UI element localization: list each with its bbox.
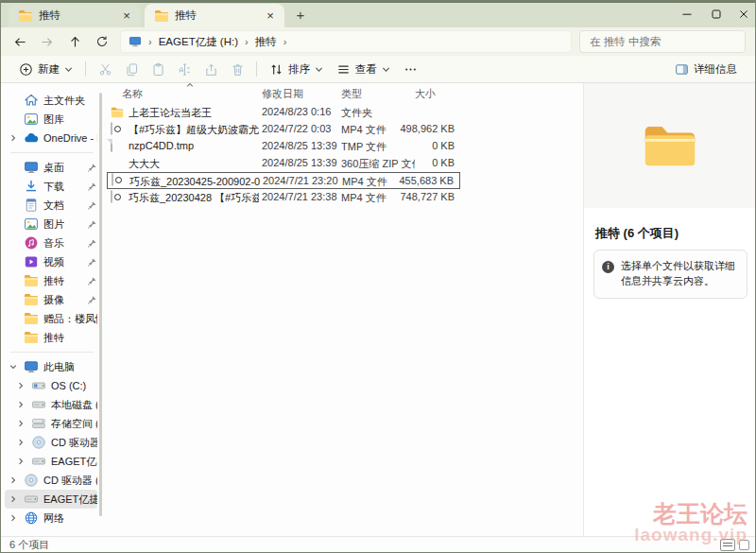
- file-row-selected[interactable]: 巧乐兹_20230425-200902-075 【#巧... 2024/7/21…: [107, 172, 460, 189]
- sidebar-divider: [10, 152, 94, 153]
- windows-drive-icon: [31, 378, 46, 393]
- sidebar-item-disk-d[interactable]: 本地磁盘 (D:): [5, 395, 97, 414]
- chevron-right-icon[interactable]: [17, 420, 25, 427]
- tab-close-icon[interactable]: ×: [262, 8, 279, 25]
- title-bar[interactable]: 推特 × 推特 × +: [1, 1, 755, 27]
- new-tab-button[interactable]: +: [290, 6, 311, 25]
- cut-button[interactable]: [92, 58, 118, 80]
- chevron-right-icon[interactable]: [17, 439, 25, 446]
- chevron-down-icon: [315, 65, 323, 74]
- chevron-right-icon[interactable]: [17, 401, 25, 408]
- chevron-right-icon[interactable]: [17, 382, 25, 389]
- breadcrumb-separator: ›: [242, 36, 251, 47]
- sidebar-item-tuite[interactable]: 推特: [5, 271, 97, 290]
- sidebar-item-eaget-h[interactable]: EAGET亿捷 (H:): [5, 452, 97, 471]
- column-header-date[interactable]: 修改日期: [262, 87, 303, 101]
- plus-icon: [19, 62, 33, 77]
- details-pane: 推特 (6 个项目) 选择单个文件以获取详细信息并共享云内容。: [583, 83, 755, 536]
- more-options-button[interactable]: [397, 58, 423, 80]
- paste-button[interactable]: [145, 58, 171, 80]
- details-view-icon[interactable]: [720, 539, 735, 551]
- drive-icon: [31, 454, 46, 469]
- breadcrumb[interactable]: › EAGET亿捷 (H:) › 推特 ›: [120, 30, 572, 53]
- file-row[interactable]: 【#巧乐兹】超级大奶波霸尤物! 美臀肥... 2024/7/22 0:03 MP…: [107, 121, 460, 138]
- sort-ascending-icon: [186, 81, 194, 89]
- column-header-size[interactable]: 大小: [415, 87, 436, 101]
- minimize-button[interactable]: [673, 2, 701, 26]
- chevron-right-icon[interactable]: [9, 514, 17, 522]
- sidebar-item-videos[interactable]: 视频: [5, 252, 97, 271]
- chevron-right-icon[interactable]: [9, 134, 17, 142]
- column-header-type[interactable]: 类型: [341, 87, 362, 101]
- sort-button[interactable]: 排序: [263, 58, 330, 80]
- this-pc-icon: [129, 35, 142, 48]
- forward-button[interactable]: [35, 31, 58, 52]
- file-row[interactable]: 巧乐兹_20230428 【#巧乐兹】超级大奶... 2024/7/21 23:…: [107, 189, 460, 206]
- breadcrumb-item-folder[interactable]: 推特: [255, 35, 277, 49]
- folder-icon: [111, 106, 124, 119]
- column-headers: 名称 修改日期 类型 大小: [107, 84, 458, 103]
- sidebar-item-cd-g[interactable]: CD 驱动器 (G:): [5, 433, 97, 452]
- sidebar-divider: [10, 352, 94, 353]
- sidebar-item-zengpin[interactable]: 赠品：楼凤性息小: [5, 309, 97, 328]
- share-button[interactable]: [198, 58, 224, 80]
- download-icon: [24, 179, 39, 194]
- sidebar-item-home[interactable]: 主文件夹: [5, 91, 97, 110]
- folder-icon: [24, 292, 39, 307]
- sidebar-item-downloads[interactable]: 下载: [5, 177, 97, 196]
- sidebar-item-desktop[interactable]: 桌面: [5, 158, 97, 177]
- column-header-name[interactable]: 名称: [122, 87, 143, 101]
- tab-tuite-2-active[interactable]: 推特 ×: [145, 4, 284, 27]
- sidebar-scrollbar[interactable]: [99, 93, 102, 516]
- search-input[interactable]: [588, 35, 737, 48]
- up-button[interactable]: [63, 31, 86, 52]
- chevron-right-icon[interactable]: [9, 476, 17, 484]
- sidebar-item-gallery[interactable]: 图库: [5, 110, 97, 129]
- sidebar-item-shexiang[interactable]: 摄像: [5, 290, 97, 309]
- breadcrumb-item-drive[interactable]: EAGET亿捷 (H:): [159, 35, 238, 49]
- mp4-file-icon: [112, 173, 113, 186]
- sidebar-item-music[interactable]: 音乐: [5, 233, 97, 252]
- tab-close-icon[interactable]: ×: [118, 8, 135, 25]
- maximize-icon: [711, 9, 722, 20]
- refresh-button[interactable]: [91, 31, 113, 52]
- chevron-down-icon[interactable]: [9, 363, 17, 371]
- gallery-icon: [24, 112, 39, 127]
- thumbnail-view-icon[interactable]: [739, 540, 749, 550]
- drive-icon: [24, 492, 39, 507]
- folder-icon: [24, 273, 39, 288]
- close-button[interactable]: [730, 2, 756, 26]
- sidebar-item-network[interactable]: 网络: [5, 509, 97, 527]
- back-button[interactable]: [9, 31, 31, 52]
- sidebar-item-storage-e[interactable]: 存储空间 (E:): [5, 414, 97, 433]
- close-icon: [738, 9, 749, 20]
- sidebar-item-tuite-2[interactable]: 推特: [5, 328, 97, 347]
- new-button[interactable]: 新建: [12, 58, 79, 80]
- sidebar-item-onedrive[interactable]: OneDrive - Pers: [5, 129, 97, 147]
- folder-icon: [24, 330, 39, 345]
- sidebar-item-eaget-h-selected[interactable]: EAGET亿捷 (H:): [5, 490, 97, 509]
- file-row[interactable]: 大大大 2024/8/25 13:39 360压缩 ZIP 文件 0 KB: [107, 155, 460, 172]
- view-button[interactable]: 查看: [330, 58, 397, 80]
- file-row[interactable]: 上老王论坛当老王 2024/8/23 0:16 文件夹: [107, 104, 460, 121]
- maximize-button[interactable]: [702, 2, 730, 26]
- pin-icon: [87, 219, 97, 230]
- sidebar-item-pictures[interactable]: 图片: [5, 215, 97, 233]
- file-row[interactable]: nzpC4DD.tmp 2024/8/25 13:39 TMP 文件 0 KB: [107, 138, 460, 155]
- monitor-icon: [24, 160, 39, 175]
- sidebar-item-os-c[interactable]: OS (C:): [5, 376, 97, 395]
- tab-title: 推特: [175, 9, 197, 23]
- tab-tuite-1[interactable]: 推特 ×: [9, 4, 141, 27]
- delete-button[interactable]: [224, 58, 250, 80]
- search-box[interactable]: [579, 30, 746, 53]
- share-icon: [204, 62, 218, 77]
- sidebar-item-cd-g-top[interactable]: CD 驱动器 (G:) E: [5, 471, 97, 490]
- rename-button[interactable]: [171, 58, 198, 80]
- forward-icon: [40, 35, 54, 49]
- chevron-right-icon[interactable]: [17, 458, 25, 465]
- sidebar-item-this-pc[interactable]: 此电脑: [5, 357, 97, 376]
- copy-button[interactable]: [118, 58, 145, 80]
- sidebar-item-documents[interactable]: 文档: [5, 196, 97, 215]
- details-pane-toggle[interactable]: 详细信息: [668, 58, 744, 80]
- chevron-right-icon[interactable]: [9, 495, 17, 503]
